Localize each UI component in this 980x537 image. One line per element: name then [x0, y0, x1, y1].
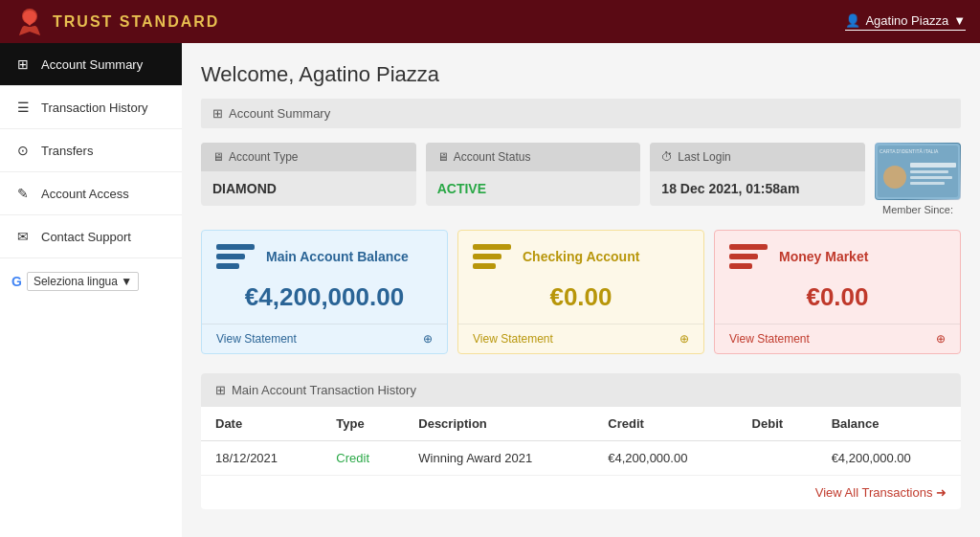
member-since-label: Member Since:: [882, 204, 953, 215]
member-photo: CARTA D'IDENTITÀ ITALIA: [875, 143, 961, 200]
checking-view-statement-link[interactable]: View Statement: [473, 332, 553, 346]
money-market-statement-arrow-icon: ⊕: [936, 332, 946, 346]
cell-description: Winning Award 2021: [404, 441, 593, 476]
account-access-icon: ✎: [14, 186, 32, 201]
transaction-header-icon: ⊞: [215, 383, 226, 397]
main-view-statement-link[interactable]: View Statement: [216, 332, 297, 346]
checking-statement-arrow-icon: ⊕: [679, 332, 689, 346]
sidebar-item-account-access[interactable]: ✎ Account Access: [0, 172, 182, 215]
account-summary-icon: ⊞: [14, 56, 32, 72]
sidebar-item-transfers[interactable]: ⊙ Transfers: [0, 129, 182, 172]
account-type-icon: 🖥: [212, 150, 224, 164]
svg-text:CARTA D'IDENTITÀ ITALIA: CARTA D'IDENTITÀ ITALIA: [880, 148, 939, 154]
welcome-title: Welcome, Agatino Piazza: [201, 62, 961, 87]
language-label: Seleziona lingua: [33, 275, 118, 288]
account-type-value: DIAMOND: [201, 171, 416, 206]
svg-rect-5: [910, 163, 956, 168]
money-market-view-statement-link[interactable]: View Statement: [729, 332, 810, 346]
header: TRUST STANDARD 👤 Agatino Piazza ▼: [0, 0, 980, 43]
info-cards-row: 🖥 Account Type DIAMOND 🖥 Account Status …: [201, 143, 961, 215]
user-menu[interactable]: 👤 Agatino Piazza ▼: [845, 13, 966, 31]
last-login-label: Last Login: [678, 150, 730, 164]
layout: ⊞ Account Summary ☰ Transaction History …: [0, 43, 980, 537]
checking-balance-icon: [473, 242, 511, 271]
contact-support-icon: ✉: [14, 229, 32, 244]
col-balance: Balance: [817, 407, 961, 441]
id-card-image: CARTA D'IDENTITÀ ITALIA: [876, 144, 960, 199]
account-status-label: Account Status: [454, 150, 531, 164]
chevron-down-icon: ▼: [953, 13, 966, 28]
transaction-section: ⊞ Main Account Transaction History Date …: [201, 373, 961, 509]
sidebar-item-contact-support[interactable]: ✉ Contact Support: [0, 215, 182, 258]
main-content: Welcome, Agatino Piazza ⊞ Account Summar…: [182, 43, 980, 537]
main-balance-title: Main Account Balance: [266, 249, 409, 264]
checking-balance-title: Checking Account: [523, 249, 639, 264]
language-selector[interactable]: Seleziona lingua ▼: [27, 272, 139, 291]
col-date: Date: [201, 407, 322, 441]
balance-cards-row: Main Account Balance €4,200,000.00 View …: [201, 230, 961, 354]
logo-area: TRUST STANDARD: [14, 7, 219, 37]
cell-date: 18/12/2021: [201, 441, 322, 476]
main-balance-amount: €4,200,000.00: [202, 277, 447, 324]
user-name: Agatino Piazza: [865, 13, 948, 28]
last-login-icon: ⏱: [661, 150, 673, 164]
col-type: Type: [322, 407, 404, 441]
col-description: Description: [404, 407, 593, 441]
money-market-amount: €0.00: [715, 277, 960, 324]
logo-icon: [14, 7, 45, 37]
checking-account-card: Checking Account €0.00 View Statement ⊕: [457, 230, 704, 354]
sidebar-label-transaction-history: Transaction History: [41, 101, 148, 115]
user-icon: 👤: [845, 13, 860, 28]
transfers-icon: ⊙: [14, 143, 32, 158]
col-debit: Debit: [738, 407, 817, 441]
cell-type: Credit: [322, 441, 404, 476]
account-status-value: ACTIVE: [426, 171, 641, 206]
svg-rect-7: [910, 176, 952, 179]
transaction-section-header: ⊞ Main Account Transaction History: [201, 373, 961, 407]
money-market-title: Money Market: [779, 249, 868, 264]
logo-text: TRUST STANDARD: [53, 13, 219, 31]
svg-point-4: [883, 166, 906, 189]
last-login-card: ⏱ Last Login 18 Dec 2021, 01:58am: [650, 143, 865, 206]
main-account-balance-card: Main Account Balance €4,200,000.00 View …: [201, 230, 448, 354]
account-status-icon: 🖥: [437, 150, 449, 164]
account-summary-header: ⊞ Account Summary: [201, 99, 961, 128]
last-login-value: 18 Dec 2021, 01:58am: [650, 171, 865, 206]
account-summary-header-label: Account Summary: [229, 106, 330, 121]
view-all-transactions-link[interactable]: View All Transactions ➜: [201, 476, 961, 509]
sidebar: ⊞ Account Summary ☰ Transaction History …: [0, 43, 182, 537]
cell-credit: €4,200,000.00: [593, 441, 737, 476]
cell-debit: [738, 441, 817, 476]
account-type-card: 🖥 Account Type DIAMOND: [201, 143, 416, 206]
member-card: CARTA D'IDENTITÀ ITALIA Member Since:: [875, 143, 961, 215]
money-market-card: Money Market €0.00 View Statement ⊕: [714, 230, 961, 354]
main-statement-arrow-icon: ⊕: [423, 332, 433, 346]
sidebar-label-account-summary: Account Summary: [41, 57, 143, 72]
sidebar-label-account-access: Account Access: [41, 187, 129, 201]
transaction-table: Date Type Description Credit Debit Balan…: [201, 407, 961, 476]
transaction-header-label: Main Account Transaction History: [232, 383, 416, 397]
svg-rect-6: [910, 170, 948, 173]
sidebar-item-account-summary[interactable]: ⊞ Account Summary: [0, 43, 182, 86]
checking-balance-amount: €0.00: [458, 277, 703, 324]
col-credit: Credit: [593, 407, 737, 441]
transaction-history-icon: ☰: [14, 100, 32, 115]
cell-balance: €4,200,000.00: [817, 441, 961, 476]
svg-rect-8: [910, 182, 945, 185]
account-type-label: Account Type: [229, 150, 299, 164]
money-market-icon: [729, 242, 768, 271]
google-icon: G: [11, 274, 22, 289]
sidebar-label-contact-support: Contact Support: [41, 230, 131, 244]
sidebar-item-transaction-history[interactable]: ☰ Transaction History: [0, 86, 182, 129]
table-row: 18/12/2021 Credit Winning Award 2021 €4,…: [201, 441, 961, 476]
google-translate[interactable]: G Seleziona lingua ▼: [0, 262, 182, 301]
account-status-card: 🖥 Account Status ACTIVE: [426, 143, 641, 206]
sidebar-label-transfers: Transfers: [41, 144, 93, 158]
main-balance-icon: [216, 242, 255, 271]
account-summary-header-icon: ⊞: [212, 106, 223, 121]
